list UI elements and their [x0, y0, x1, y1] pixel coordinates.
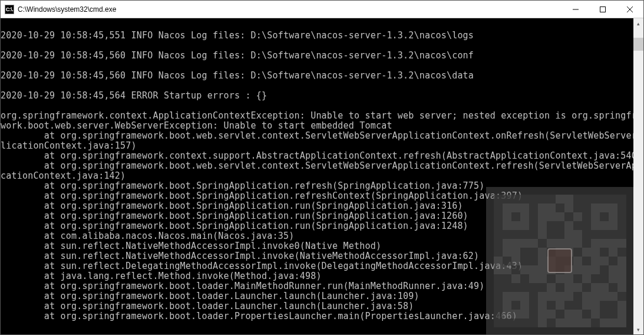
vertical-scrollbar[interactable]: ▴ ▾ [633, 18, 643, 334]
scrollbar-thumb[interactable] [633, 38, 643, 51]
svg-rect-1 [600, 6, 606, 12]
terminal-output[interactable]: 2020-10-29 10:58:45,551 INFO Nacos Log f… [1, 18, 633, 334]
cmd-window: C:\. C:\Windows\system32\cmd.exe 2020-10… [0, 0, 644, 335]
scrollbar-up-button[interactable]: ▴ [633, 18, 643, 28]
scrollbar-down-button[interactable]: ▾ [633, 324, 643, 334]
minimize-button[interactable] [562, 1, 589, 18]
titlebar[interactable]: C:\. C:\Windows\system32\cmd.exe [1, 1, 643, 18]
window-title: C:\Windows\system32\cmd.exe [18, 5, 562, 14]
close-button[interactable] [616, 1, 643, 18]
cmd-icon: C:\. [5, 5, 14, 14]
content-area: 2020-10-29 10:58:45,551 INFO Nacos Log f… [1, 18, 643, 334]
maximize-button[interactable] [589, 1, 616, 18]
window-controls [562, 1, 643, 18]
